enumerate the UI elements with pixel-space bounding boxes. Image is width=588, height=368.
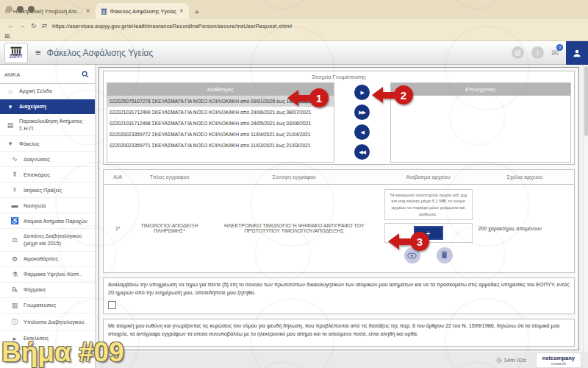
move-right-button[interactable]: ▶ (354, 85, 370, 100)
table-header: Ανέβασμα αρχείου (381, 170, 476, 184)
sidebar: ΑΜΚΑ ⌂Αρχική Σελίδα▾Διαχείριση▤Παρακολού… (0, 65, 96, 368)
window-controls[interactable] (6, 6, 35, 13)
window-close-button[interactable] (6, 6, 12, 13)
sidebar-item-diabetic-balance[interactable]: ⓘΥπόλοιπο Διαβητολογικού (0, 314, 95, 331)
sidebar-item-personal-benefit-requests[interactable]: ♿Ατομικά Αιτήματα Παροχών (0, 213, 95, 229)
sidebar-item-medical-acts[interactable]: ⚕Ιατρικές Πράξεις (0, 183, 95, 198)
apps-grid-icon[interactable]: ⊞ (4, 32, 10, 40)
sidebar-item-label: Γνωματεύσεις (24, 302, 56, 309)
sidebar-item-dialysis[interactable]: ⚙Αιμοκαθάρσεις (0, 252, 95, 267)
contact-icon[interactable]: @ (512, 46, 524, 59)
selected-listbox: Επιλεγμένες (390, 82, 571, 163)
browser-tab-2[interactable]: Φάκελος Ασφάλισης Υγείας ✕ (96, 3, 189, 19)
move-left-button[interactable]: ◀ (354, 124, 370, 140)
arrow-head-icon (372, 87, 383, 103)
close-icon[interactable]: ✕ (179, 8, 184, 14)
pulse-icon: ∿ (10, 155, 19, 163)
trash-icon (441, 250, 448, 261)
sidebar-item-diagnoses[interactable]: ∿Διαγνώσεις (0, 152, 95, 167)
declaration-2-text: Με ατομική μου ευθύνη και γνωρίζοντας τι… (108, 322, 570, 339)
sidebar-item-label: Ατομικά Αιτήματα Παροχών (24, 218, 87, 225)
alembic-icon: ⚗ (10, 271, 19, 278)
step-2-badge: 2 (394, 85, 413, 105)
window-zoom-button[interactable] (28, 6, 35, 13)
sidebar-item-label: Διαχείριση (19, 103, 46, 110)
table-header: Τίτλος εγγράφου (132, 170, 207, 184)
move-right-icon: ▶ (360, 90, 363, 96)
delete-file-button[interactable] (437, 247, 453, 263)
medical-icon: ⚕ (10, 186, 19, 194)
amka-label: ΑΜΚΑ (4, 71, 20, 78)
sidebar-item-label: Νοσηλεία (24, 202, 46, 210)
scrollbar-thumb[interactable] (584, 66, 588, 136)
step-watermark-label: Βήμα #09 (1, 337, 124, 368)
rx-icon: ℞ (10, 286, 19, 294)
declaration-1: Αναλαμβάνω την υποχρέωση να τηρώ για πέν… (103, 277, 575, 314)
move-all-left-button[interactable]: ◀◀ (354, 144, 370, 160)
sidebar-item-visits[interactable]: ☤Επισκέψεις (0, 167, 95, 183)
annotation-arrow-2: 2 (372, 85, 413, 105)
sidebar-item-high-cost-drugs[interactable]: ⚗Φάρμακα Υψηλού Κόστ.. (0, 267, 95, 283)
cell-comments[interactable]: 200 χαρακτήρες απομένουν (476, 185, 574, 273)
caduceus-icon: ☤ (10, 171, 19, 178)
move-all-left-icon: ◀◀ (359, 149, 365, 155)
available-list-item[interactable]: 022020023359771 ΣΚΕΥΑΣΜΑΤΑ ΓΙΑ ΝΟΣΟ ΚΟΙΛ… (107, 140, 334, 151)
site-settings-icon[interactable]: ⇄ (42, 22, 48, 29)
mail-badge: 0 (556, 44, 563, 51)
eopyy-logo[interactable]: ΕΟΠΥΥ (4, 43, 28, 63)
report-icon: ▥ (10, 302, 19, 309)
sidebar-item-home[interactable]: ⌂Αρχική Σελίδα (0, 84, 95, 99)
sidebar-item-label: Φάρμακα Υψηλού Κόστ.. (24, 271, 82, 278)
brand-subname: intrasoft (542, 361, 575, 366)
scrollbar[interactable] (583, 65, 588, 352)
info-circle-icon: ⓘ (10, 317, 19, 327)
sidebar-item-label: Αρχική Σελίδα (19, 88, 52, 95)
window-minimize-button[interactable] (17, 6, 24, 13)
wheelchair-icon: ♿ (10, 217, 19, 224)
sidebar-item-label: Ιατρικές Πράξεις (24, 187, 62, 194)
amka-search[interactable]: ΑΜΚΑ (0, 65, 95, 84)
sidebar-item-folder[interactable]: ▾Φάκελος (0, 136, 95, 152)
sidebar-item-management[interactable]: ▾Διαχείριση (0, 99, 95, 114)
sidebar-item-opinions[interactable]: ▥Γνωματεύσεις (0, 298, 95, 314)
sidebar-item-label: Φάκελος (19, 141, 40, 148)
move-left-icon: ◀ (360, 130, 363, 135)
gear-icon: ⚙ (10, 255, 19, 263)
cell-upload: *Η εφαρμογή υποστηρίζει αρχεία pdf, jpg … (381, 185, 476, 273)
search-icon[interactable] (82, 68, 89, 81)
info-icon[interactable]: i (531, 46, 544, 59)
sidebar-item-diabetic-expenses[interactable]: ⚖Δαπάνες Διαβητολογικού (μέχρι και 2015) (0, 229, 95, 251)
home-icon: ⌂ (6, 88, 15, 95)
bookmarks-strip: ⊞ (0, 32, 588, 41)
available-list-item[interactable]: 022021031712499 ΣΚΕΥΑΣΜΑΤΑ ΓΙΑ ΝΟΣΟ ΚΟΙΛ… (107, 107, 334, 118)
back-icon[interactable]: ← (7, 22, 14, 29)
available-list-item[interactable]: 022020023359772 ΣΚΕΥΑΣΜΑΤΑ ΓΙΑ ΝΟΣΟ ΚΟΙΛ… (107, 129, 334, 140)
mail-icon[interactable]: ✉ 0 (551, 48, 559, 58)
declaration-2: Με ατομική μου ευθύνη και γνωρίζοντας τι… (103, 319, 575, 347)
menu-icon[interactable]: ≡ (35, 47, 41, 58)
close-icon[interactable]: ✕ (86, 8, 90, 14)
declaration-checkbox[interactable] (108, 301, 116, 309)
tab-title: Φάκελος Ασφάλισης Υγείας (110, 8, 176, 15)
declaration-1-text: Αναλαμβάνω την υποχρέωση να τηρώ για πέν… (108, 281, 570, 297)
sidebar-item-label: Δαπάνες Διαβητολογικού (μέχρι και 2015) (24, 233, 92, 247)
logo-label: ΕΟΠΥΥ (10, 55, 22, 59)
sidebar-item-drugs[interactable]: ℞Φάρμακα (0, 283, 95, 298)
timer-value: 14m 02s (503, 357, 526, 364)
url-text[interactable]: https://eservices.eopyy.gov.gr/eHealthIn… (52, 23, 292, 29)
new-tab-button[interactable]: + (195, 7, 199, 19)
selected-header: Επιλεγμένες (391, 83, 570, 96)
sidebar-item-request-tracking[interactable]: ▤Παρακολούθηση Αιτήματος Σ.Η.Π. (0, 114, 95, 136)
upload-note: *Η εφαρμογή υποστηρίζει αρχεία pdf, jpg … (384, 189, 473, 221)
sidebar-item-hospitalization[interactable]: ▬Νοσηλεία (0, 198, 95, 213)
sidebar-item-label: Φάρμακα (24, 286, 46, 294)
comments-remaining-hint: 200 χαρακτήρες απομένουν (478, 226, 542, 231)
profile-button[interactable] (566, 41, 588, 65)
forward-icon[interactable]: → (19, 22, 26, 29)
gnomateusi-section: Στοιχεία Γνωμάτευσης Διαθέσιμες 02202507… (103, 71, 575, 165)
cell-title: ΤΙΜΟΛΟΓΙΟ/ ΑΠΟΔΕΙΞΗ ΠΛΗΡΩΜΗΣ* (132, 185, 207, 273)
available-list-item[interactable]: 022021031712498 ΣΚΕΥΑΣΜΑΤΑ ΓΙΑ ΝΟΣΟ ΚΟΙΛ… (107, 118, 334, 129)
move-all-right-button[interactable]: ▶▶ (354, 105, 370, 120)
reload-icon[interactable]: ↻ (31, 22, 37, 29)
clock-icon: ◷ (496, 357, 501, 364)
